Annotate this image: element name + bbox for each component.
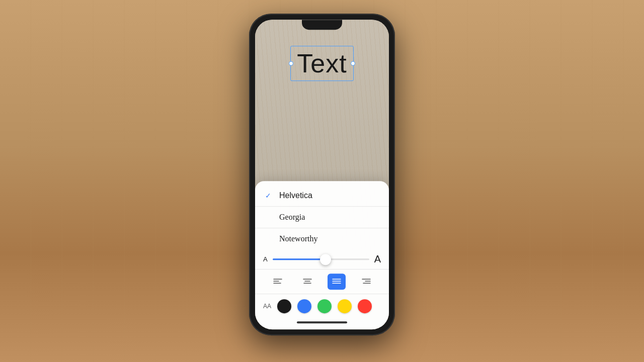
font-name-helvetica: Helvetica — [279, 191, 312, 200]
color-green[interactable] — [317, 299, 332, 313]
align-justify-icon — [332, 277, 341, 286]
align-right-button[interactable] — [357, 274, 375, 290]
font-item-noteworthy[interactable]: ✓ Noteworthy — [255, 228, 389, 249]
font-list: ✓ Helvetica ✓ Georgia ✓ Noteworthy — [255, 181, 389, 249]
text-selection-box[interactable]: Text — [290, 46, 353, 81]
align-left-button[interactable] — [269, 274, 287, 290]
slider-fill — [273, 258, 326, 260]
color-blue[interactable] — [297, 299, 311, 313]
size-small-label: A — [263, 255, 268, 263]
status-bar — [255, 20, 389, 26]
phone: Text ✓ Helvetica ✓ Georgia — [249, 14, 395, 335]
color-black[interactable] — [277, 299, 291, 313]
font-item-georgia[interactable]: ✓ Georgia — [255, 207, 389, 228]
scene: Text ✓ Helvetica ✓ Georgia — [0, 0, 644, 362]
align-center-button[interactable] — [298, 274, 316, 290]
color-red[interactable] — [358, 299, 372, 313]
home-indicator — [297, 321, 347, 323]
phone-screen: Text ✓ Helvetica ✓ Georgia — [255, 20, 389, 329]
canvas-area: Text — [255, 26, 389, 181]
font-size-row: A A — [255, 249, 389, 269]
alignment-row — [255, 269, 389, 294]
size-large-label: A — [374, 253, 381, 265]
slider-thumb[interactable] — [320, 254, 331, 265]
size-slider-track[interactable] — [273, 258, 369, 260]
color-yellow[interactable] — [338, 299, 352, 313]
align-right-icon — [362, 277, 371, 286]
align-justify-button[interactable] — [328, 274, 346, 290]
align-center-icon — [303, 277, 312, 286]
checkmark-icon: ✓ — [265, 192, 275, 200]
font-item-helvetica[interactable]: ✓ Helvetica — [255, 185, 389, 207]
aa-label: AA — [263, 303, 271, 310]
font-name-noteworthy: Noteworthy — [279, 234, 317, 243]
color-row: AA — [255, 294, 389, 318]
font-name-georgia: Georgia — [279, 213, 305, 222]
font-picker-panel: ✓ Helvetica ✓ Georgia ✓ Noteworthy — [255, 181, 389, 329]
text-element[interactable]: Text — [297, 49, 347, 78]
notch — [302, 20, 342, 30]
align-left-icon — [273, 277, 282, 286]
